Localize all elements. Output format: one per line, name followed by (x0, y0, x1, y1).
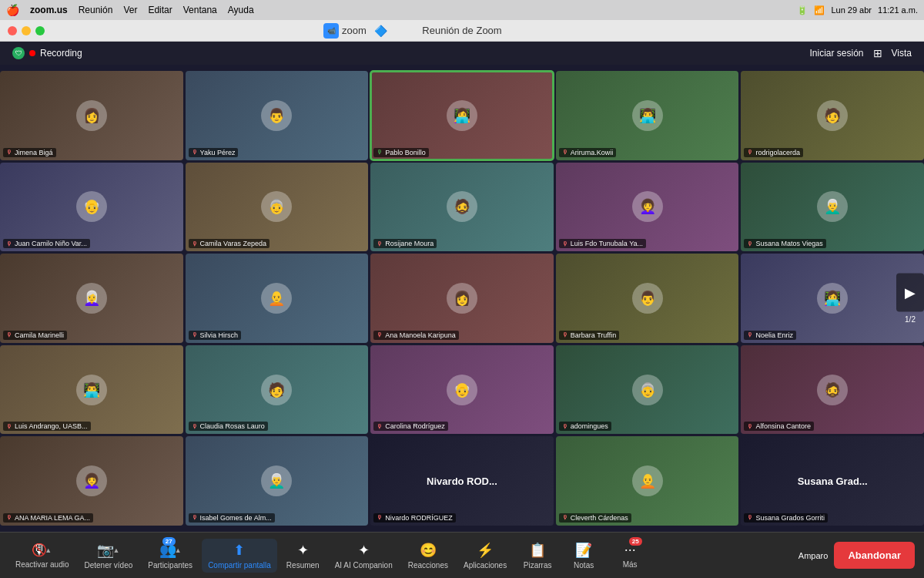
video-cell[interactable]: 👩‍💻🎙Pablo Bonillo (370, 71, 554, 160)
minimize-button[interactable] (22, 26, 31, 35)
participants-chevron[interactable]: ▲ (175, 546, 182, 554)
participant-name-label: 🎙Alfonsina Cantore (744, 422, 814, 431)
signin-button[interactable]: Iniciar sesión (810, 48, 864, 59)
recording-label: Recording (40, 48, 82, 59)
apps-button[interactable]: ⚡ Aplicaciones (457, 539, 513, 573)
video-cell[interactable]: Nivardo ROD...🎙Nivardo RODRÍGUEZ (370, 436, 554, 526)
summary-button[interactable]: ✦ Resumen (280, 539, 326, 573)
more-badge: 25 (629, 537, 642, 546)
participant-name-label: 🎙Noelia Enriz (744, 331, 796, 340)
participant-name-text: Pablo Bonillo (385, 149, 426, 156)
mic-status-icon: 🎙 (562, 149, 568, 156)
abandon-button[interactable]: Abandonar (834, 542, 915, 569)
notes-button[interactable]: 📝 Notas (562, 539, 605, 573)
whiteboards-button[interactable]: 📋 Pizarras (516, 539, 559, 573)
participant-face: 👩‍🦱 (0, 436, 183, 526)
reactions-button[interactable]: 😊 Reacciones (402, 539, 454, 573)
video-cell[interactable]: 👨‍🦳🎙Isabel Gomes de Alm... (186, 436, 369, 526)
mic-status-icon: 🎙 (747, 149, 753, 156)
video-cell[interactable]: Susana Grad...🎙Susana Grados Gorriti (741, 436, 924, 526)
participant-face: 👨‍💻 (556, 71, 739, 160)
video-cell[interactable]: 👨🎙Barbara Truffin (556, 254, 739, 343)
apple-menu[interactable]: 🍎 (6, 4, 19, 16)
mic-status-icon: 🎙 (6, 149, 12, 156)
participant-face: 🧑 (741, 71, 924, 160)
mic-status-icon: 🎙 (377, 423, 383, 430)
vista-button[interactable]: Vista (892, 48, 912, 59)
participant-face: 👩 (370, 254, 554, 343)
participant-face: 🧑‍🦲 (186, 254, 369, 343)
window-controls[interactable] (8, 26, 45, 35)
app-name[interactable]: zoom.us (30, 5, 68, 15)
more-button[interactable]: ··· 25 Más (608, 539, 651, 572)
participant-name-overlay: Nivardo ROD... (424, 472, 500, 490)
window-title: Reunión de Zoom (422, 25, 501, 36)
time: 11:21 a.m. (878, 5, 918, 15)
video-cell[interactable]: 🧑‍🦲🎙Cleverth Cárdenas (556, 436, 739, 526)
close-button[interactable] (8, 26, 17, 35)
video-button[interactable]: 📷 ▲ Detener vídeo (78, 539, 139, 573)
participant-name-text: Nivardo RODRÍGUEZ (385, 514, 453, 522)
apps-icon: ⚡ (477, 542, 494, 559)
video-chevron[interactable]: ▲ (112, 546, 119, 554)
participant-name-text: Carolina Rodríguez (385, 422, 445, 430)
video-cell[interactable]: 👨🎙Yaku Pérez (186, 71, 369, 160)
recording-status: 🛡 Recording (12, 47, 82, 59)
mic-status-icon: 🎙 (192, 149, 198, 156)
audio-label: Reactivar audio (15, 560, 69, 569)
video-cell[interactable]: 👩‍🦳🎙Camila Marinelli (0, 254, 183, 343)
maximize-button[interactable] (35, 26, 45, 35)
face-circle: 👩 (447, 283, 477, 314)
video-cell[interactable]: 👩‍🦱🎙ANA MARIA LEMA GA... (0, 436, 183, 526)
mic-status-icon: 🎙 (6, 331, 12, 338)
video-cell[interactable]: 👩🎙Ana Manoela Karipuna (370, 254, 554, 343)
mic-status-icon: 🎙 (562, 240, 568, 247)
face-circle: 👩‍🦱 (76, 465, 107, 496)
audio-button[interactable]: 🎙🚫 ▲ Reactivar audio (9, 539, 75, 572)
menu-ayuda[interactable]: Ayuda (228, 5, 254, 15)
video-cell[interactable]: 👴🎙Carolina Rodríguez (370, 345, 554, 435)
participant-name-label: 🎙Camila Varas Zepeda (189, 239, 270, 248)
participant-name-text: Isabel Gomes de Alm... (200, 514, 272, 522)
video-cell[interactable]: 🧔🎙Alfonsina Cantore (741, 345, 924, 435)
video-cell[interactable]: 🧑🎙rodrigolacerda (741, 71, 924, 160)
mic-status-icon: 🎙 (747, 240, 753, 247)
menu-ventana[interactable]: Ventana (183, 5, 217, 15)
video-cell[interactable]: 👩🎙Jimena Bigá (0, 71, 183, 160)
right-nav[interactable]: ▶ 1/2 (896, 274, 924, 324)
recording-bar: 🛡 Recording Iniciar sesión ⊞ Vista (0, 42, 924, 65)
battery-icon: 🔋 (797, 5, 808, 15)
video-cell[interactable]: 🧑‍🦲🎙Silvia Hirsch (186, 254, 369, 343)
video-cell[interactable]: 👴🎙Juan Camilo Niño Var... (0, 163, 183, 252)
video-cell[interactable]: 👩‍🦱🎙Luis Fdo Tunubala Ya... (556, 163, 739, 252)
participant-face: 👩‍🦳 (0, 254, 183, 343)
menu-reunion[interactable]: Reunión (79, 5, 113, 15)
amparo-name: Amparo (798, 551, 829, 560)
participants-button[interactable]: 👥 27 ▲ Participantes (142, 539, 199, 573)
share-screen-button[interactable]: ⬆ Compartir pantalla (202, 539, 277, 573)
participant-name-text: Camila Marinelli (15, 331, 64, 339)
grid-icon[interactable]: ⊞ (873, 47, 882, 59)
video-cell[interactable]: 👨‍💻🎙Ariruma.Kowii (556, 71, 739, 160)
more-label: Más (623, 560, 638, 569)
participant-name-label: 🎙Claudia Rosas Lauro (189, 422, 268, 431)
apps-label: Aplicaciones (464, 561, 507, 570)
video-cell[interactable]: 🧑🎙Claudia Rosas Lauro (186, 345, 369, 435)
ai-companion-button[interactable]: ✦ AI AI Companion (329, 539, 399, 573)
recording-dot (29, 50, 35, 56)
summary-label: Resumen (286, 561, 320, 570)
participant-face: 👨 (556, 254, 739, 343)
menu-editar[interactable]: Editar (148, 5, 172, 15)
menu-ver[interactable]: Ver (123, 5, 137, 15)
next-page-button[interactable]: ▶ (896, 274, 924, 312)
participant-face: 👨‍💻 (0, 345, 183, 435)
video-cell[interactable]: 👵🎙adomingues (556, 345, 739, 435)
mic-status-icon: 🎙 (377, 331, 383, 338)
mic-status-icon: 🎙 (192, 423, 198, 430)
video-cell[interactable]: 🧔🎙Rosijane Moura (370, 163, 554, 252)
face-circle: 🧑 (261, 375, 292, 405)
video-cell[interactable]: 👨‍💻🎙Luis Andrango, UASB... (0, 345, 183, 435)
video-cell[interactable]: 👨‍🦳🎙Susana Matos Viegas (741, 163, 924, 252)
video-cell[interactable]: 👵🎙Camila Varas Zepeda (186, 163, 369, 252)
face-circle: 👩‍💻 (817, 283, 848, 314)
